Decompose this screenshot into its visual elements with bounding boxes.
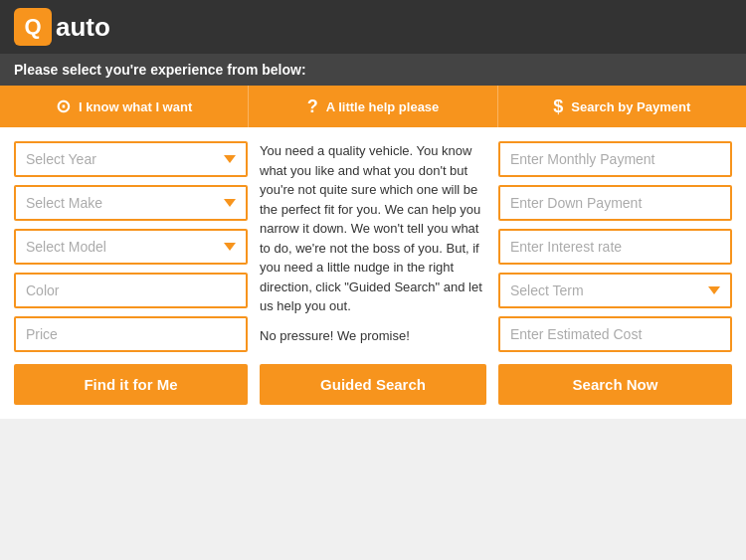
logo-text: auto xyxy=(56,12,110,43)
guided-search-button[interactable]: Guided Search xyxy=(260,364,486,405)
question-icon: ? xyxy=(307,96,318,117)
middle-description: You need a quality vehicle. You know wha… xyxy=(260,141,486,316)
tab-label-payment: Search by Payment xyxy=(571,99,690,114)
no-pressure-text: No pressure! We promise! xyxy=(260,326,486,346)
find-it-for-me-button[interactable]: Find it for Me xyxy=(14,364,248,405)
tagline-text: Please select you're experience from bel… xyxy=(14,62,306,78)
target-icon: ⊙ xyxy=(56,95,71,117)
middle-column: You need a quality vehicle. You know wha… xyxy=(260,141,486,405)
select-term[interactable]: Select Term xyxy=(498,273,732,308)
left-column: Select Year Select Make Select Model Fin… xyxy=(14,141,248,405)
tabs-bar: ⊙ I know what I want ? A little help ple… xyxy=(0,86,746,127)
estimated-cost-input[interactable] xyxy=(498,316,732,352)
interest-rate-input[interactable] xyxy=(498,229,732,265)
dollar-icon: $ xyxy=(553,96,563,117)
header: Q auto xyxy=(0,0,746,54)
down-payment-input[interactable] xyxy=(498,185,732,221)
select-year[interactable]: Select Year xyxy=(14,141,248,177)
logo-icon: Q xyxy=(14,8,52,46)
right-column: Select Term Search Now xyxy=(498,141,732,405)
price-input[interactable] xyxy=(14,316,248,352)
tab-label-know: I know what I want xyxy=(79,99,192,114)
tab-little-help[interactable]: ? A little help please xyxy=(249,86,497,127)
main-content: Select Year Select Make Select Model Fin… xyxy=(0,127,746,419)
tagline-bar: Please select you're experience from bel… xyxy=(0,54,746,86)
tab-know-what-i-want[interactable]: ⊙ I know what I want xyxy=(0,86,249,127)
select-make[interactable]: Select Make xyxy=(14,185,248,221)
tab-search-by-payment[interactable]: $ Search by Payment xyxy=(498,86,746,127)
select-model[interactable]: Select Model xyxy=(14,229,248,265)
monthly-payment-input[interactable] xyxy=(498,141,732,177)
color-input[interactable] xyxy=(14,273,248,308)
tab-label-help: A little help please xyxy=(326,99,440,114)
search-now-button[interactable]: Search Now xyxy=(498,364,732,405)
